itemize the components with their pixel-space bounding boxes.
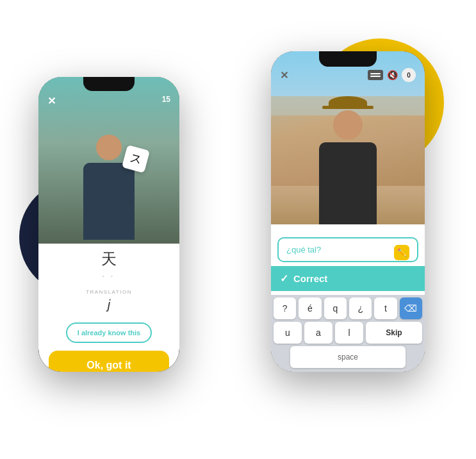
key-l[interactable]: l (335, 322, 363, 344)
pagination-dots: • • (38, 272, 179, 284)
person-body-right (319, 142, 377, 224)
keyboard-space-row: space (274, 346, 422, 368)
phone-right: ✕ 🔇 0 ¿qué tal? ✏️ (271, 51, 425, 372)
top-bar-right: ✕ 🔇 0 (271, 68, 425, 82)
person-right (303, 83, 393, 224)
answer-text: ¿qué tal? (286, 245, 321, 255)
character-display: 天 (38, 244, 179, 272)
ok-got-it-button[interactable]: Ok, got it (49, 351, 169, 372)
close-button-right[interactable]: ✕ (280, 69, 288, 81)
correct-label: Correct (293, 273, 327, 284)
keyboard: ? é q ¿ t ⌫ u a l Skip space (271, 295, 425, 372)
check-icon: ✓ (280, 272, 288, 285)
translation-value: j (38, 296, 179, 322)
key-q[interactable]: q (324, 297, 347, 319)
phone-left: ス ✕ 15 天 • • TRANSLATION j I already kno… (38, 77, 179, 372)
person-left: ス (70, 115, 147, 244)
person-hat (329, 96, 367, 109)
key-question-mark[interactable]: ? (274, 297, 296, 319)
notch-right (319, 51, 377, 67)
video-area-right: ✕ 🔇 0 (271, 51, 425, 224)
keyboard-icon[interactable] (368, 70, 383, 80)
timer-left: 15 (162, 95, 170, 104)
top-icons: 🔇 0 (368, 68, 416, 82)
bottom-ui-right: ¿qué tal? ✏️ ✓ Correct ? é q ¿ t (271, 231, 425, 372)
keyboard-row-2: u a l Skip (274, 322, 422, 344)
notch-left (83, 77, 135, 91)
key-t[interactable]: t (374, 297, 397, 319)
translation-label: TRANSLATION (38, 284, 179, 296)
keyboard-row-1: ? é q ¿ t ⌫ (274, 297, 422, 319)
video-area-left: ス ✕ 15 (38, 77, 179, 244)
key-u[interactable]: u (274, 322, 302, 344)
key-e-accent[interactable]: é (299, 297, 321, 319)
edit-icon[interactable]: ✏️ (394, 245, 409, 260)
close-button-left[interactable]: ✕ (47, 95, 56, 107)
person-body (83, 163, 135, 240)
person-head-right (333, 110, 363, 140)
key-inverted-question[interactable]: ¿ (349, 297, 372, 319)
skip-button[interactable]: Skip (366, 322, 422, 344)
scene: ス ✕ 15 天 • • TRANSLATION j I already kno… (0, 0, 476, 459)
key-a[interactable]: a (304, 322, 332, 344)
correct-feedback-bar: ✓ Correct (271, 266, 425, 291)
score-counter: 0 (402, 68, 416, 82)
sound-icon[interactable]: 🔇 (387, 70, 398, 80)
key-backspace[interactable]: ⌫ (400, 297, 422, 319)
person-head (96, 135, 122, 160)
answer-input-bar[interactable]: ¿qué tal? ✏️ (277, 237, 418, 262)
already-know-button[interactable]: I already know this (66, 322, 152, 343)
space-key[interactable]: space (290, 346, 406, 368)
